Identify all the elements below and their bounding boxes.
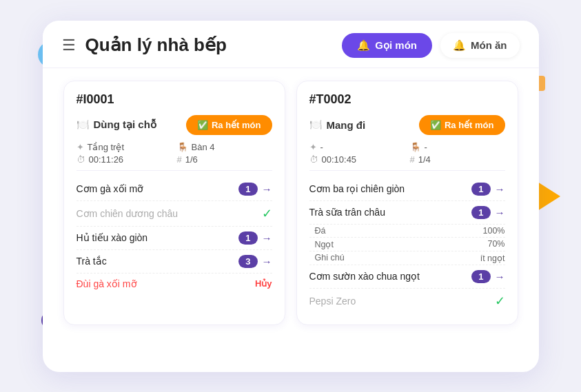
item-row-1-2: Cơm chiên dương châu ✓ — [77, 201, 272, 227]
item-arrow-1-4[interactable]: → — [262, 256, 272, 267]
item-name-1-1: Cơm gà xối mỡ — [77, 183, 239, 194]
item-row-2-2: Trà sữa trân châu 1 → — [309, 201, 505, 225]
meta-table-2: 🪑 - — [410, 142, 505, 152]
subitem-label-da: Đá — [315, 226, 326, 236]
item-check-1-2: ✓ — [262, 206, 272, 221]
floor-icon: ✦ — [77, 142, 84, 152]
item-name-1-5: Đùi gà xối mỡ — [77, 278, 255, 289]
item-badge-2-2: 1 → — [471, 206, 504, 219]
meta-time-2: ⏱ 00:10:45 — [309, 154, 405, 165]
header: ☰ Quản lý nhà bếp 🔔 Gọi món 🔔 Món ăn — [43, 21, 539, 68]
item-arrow-2-3[interactable]: → — [495, 271, 505, 282]
item-row-1-5: Đùi gà xối mỡ Hủy — [77, 274, 272, 294]
order-type-row-1: 🍽️ Dùng tại chỗ ✅ Ra hết món — [77, 115, 272, 135]
item-arrow-2-1[interactable]: → — [495, 183, 505, 195]
item-row-2-3: Cơm sườn xào chua ngọt 1 → — [309, 265, 505, 289]
meta-time-1: ⏱ 00:11:26 — [77, 154, 172, 165]
item-name-2-1: Cơm ba rọi chiên giòn — [309, 183, 472, 194]
order-type-1: 🍽️ Dùng tại chỗ — [77, 118, 156, 131]
subitem-label-ghinhu: Ghi chú — [315, 253, 345, 263]
fire-icon-2: 🍽️ — [309, 118, 323, 131]
floor-icon-2: ✦ — [309, 142, 317, 152]
item-row-1-1: Cơm gà xối mỡ 1 → — [77, 178, 272, 201]
subitem-2-2-1: Đá 100% — [309, 225, 505, 238]
item-check-2-4: ✓ — [495, 293, 505, 309]
item-row-1-4: Trà tắc 3 → — [77, 250, 272, 274]
item-qty-1-4: 3 — [238, 255, 257, 268]
ra-het-mon-button-1[interactable]: ✅ Ra hết món — [186, 115, 272, 135]
subitem-2-2-3: Ghi chú ít ngọt — [309, 251, 505, 265]
app-wrapper: ☰ Quản lý nhà bếp 🔔 Gọi món 🔔 Món ăn #I0… — [0, 0, 581, 392]
subitem-label-ngot: Ngọt — [315, 239, 334, 249]
time-icon-1: ⏱ — [77, 154, 85, 165]
order-meta-2: ✦ - 🪑 - ⏱ 00:10:45 # 1/4 — [309, 142, 505, 171]
meta-count-2: # 1/4 — [410, 154, 505, 165]
hash-icon-2: # — [410, 154, 415, 165]
table-icon: 🪑 — [177, 142, 188, 152]
ra-het-mon-button-2[interactable]: ✅ Ra hết món — [419, 115, 505, 135]
mon-an-button[interactable]: 🔔 Món ăn — [440, 33, 520, 58]
item-cancel-1-5[interactable]: Hủy — [255, 278, 272, 289]
item-arrow-1-3[interactable]: → — [262, 232, 272, 244]
check-circle-2: ✅ — [430, 120, 441, 130]
meta-floor-2: ✦ - — [309, 142, 405, 152]
item-qty-2-2: 1 — [471, 206, 490, 219]
item-badge-1-3: 1 → — [238, 231, 272, 245]
fire-icon-1: 🍽️ — [77, 118, 90, 131]
item-qty-2-3: 1 — [471, 270, 490, 283]
order-meta-1: ✦ Tầng trệt 🪑 Bàn 4 ⏱ 00:11:26 # 1/6 — [77, 142, 272, 171]
subitem-value-ngot: 70% — [487, 239, 504, 249]
meta-table-1: 🪑 Bàn 4 — [177, 142, 272, 152]
order-type-row-2: 🍽️ Mang đi ✅ Ra hết món — [309, 115, 505, 135]
item-row-2-4: Pepsi Zero ✓ — [309, 289, 505, 313]
item-row-1-3: Hủ tiếu xào giòn 1 → — [77, 227, 272, 250]
item-arrow-1-1[interactable]: → — [262, 183, 272, 195]
item-qty-1-3: 1 — [238, 231, 257, 245]
mon-an-bell-icon: 🔔 — [453, 39, 466, 52]
item-name-2-2: Trà sữa trân châu — [309, 207, 472, 218]
subitem-2-2-2: Ngọt 70% — [309, 238, 505, 251]
hash-icon-1: # — [177, 154, 182, 165]
page-title: Quản lý nhà bếp — [85, 34, 343, 56]
main-card: ☰ Quản lý nhà bếp 🔔 Gọi món 🔔 Món ăn #I0… — [43, 21, 539, 372]
item-name-1-2: Cơm chiên dương châu — [77, 208, 262, 219]
item-name-2-3: Cơm sườn xào chua ngọt — [309, 271, 472, 282]
item-qty-2-1: 1 — [471, 183, 490, 196]
meta-count-1: # 1/6 — [177, 154, 272, 165]
item-badge-1-4: 3 → — [238, 255, 272, 268]
order-card-1: #I0001 🍽️ Dùng tại chỗ ✅ Ra hết món ✦ Tầ… — [63, 81, 285, 325]
item-badge-1-1: 1 → — [238, 183, 272, 196]
order-card-2: #T0002 🍽️ Mang đi ✅ Ra hết món ✦ - — [296, 81, 518, 325]
table-icon-2: 🪑 — [410, 142, 421, 152]
bell-icon: 🔔 — [357, 39, 370, 52]
item-name-2-4: Pepsi Zero — [309, 296, 495, 307]
item-qty-1-1: 1 — [238, 183, 257, 196]
time-icon-2: ⏱ — [309, 154, 318, 165]
check-circle-1: ✅ — [197, 120, 208, 130]
goi-mon-button[interactable]: 🔔 Gọi món — [342, 33, 432, 58]
item-badge-2-1: 1 → — [471, 183, 504, 196]
item-row-2-1: Cơm ba rọi chiên giòn 1 → — [309, 178, 505, 201]
subitem-value-ghinhu: ít ngọt — [480, 253, 505, 263]
item-arrow-2-2[interactable]: → — [495, 207, 505, 218]
item-name-1-4: Trà tắc — [77, 256, 239, 267]
subitem-value-da: 100% — [483, 226, 505, 236]
meta-floor-1: ✦ Tầng trệt — [77, 142, 172, 152]
order-type-2: 🍽️ Mang đi — [309, 118, 366, 131]
menu-icon[interactable]: ☰ — [62, 37, 76, 54]
item-name-1-3: Hủ tiếu xào giòn — [77, 232, 239, 243]
order-id-1: #I0001 — [77, 92, 272, 107]
item-badge-2-3: 1 → — [471, 270, 504, 283]
order-id-2: #T0002 — [309, 92, 505, 107]
content-grid: #I0001 🍽️ Dùng tại chỗ ✅ Ra hết món ✦ Tầ… — [43, 68, 539, 338]
